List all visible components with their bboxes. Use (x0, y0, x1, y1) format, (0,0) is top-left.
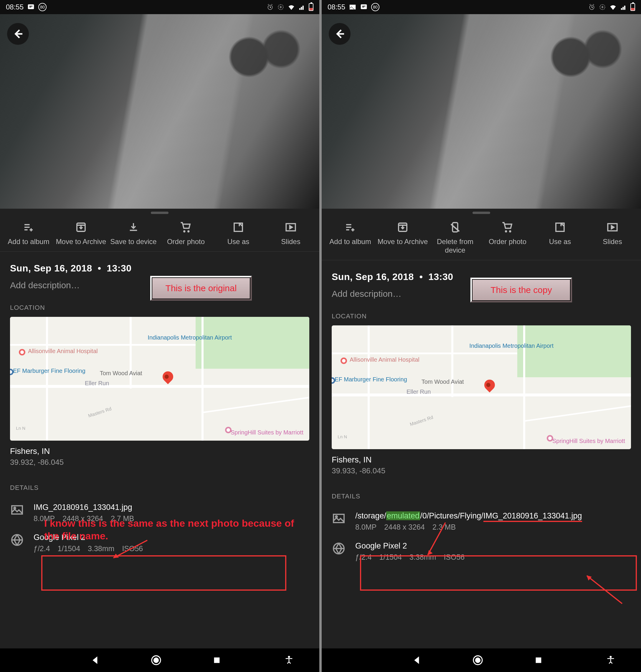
nav-home[interactable] (150, 654, 163, 667)
location-coords: 39.932, -86.045 (10, 458, 309, 467)
file-size: 2.3 MB (433, 523, 456, 532)
status-bar: 08:55 80 (0, 0, 319, 14)
action-row: Add to album Move to Archive Delete from… (322, 214, 641, 260)
file-path: /storage/emulated/0/Pictures/Flying/IMG_… (355, 511, 582, 521)
map-label-spring: SpringHill Suites by Marriott (552, 438, 625, 444)
nav-back[interactable] (411, 654, 424, 667)
aperture-icon (332, 541, 346, 555)
aperture-icon (10, 533, 24, 547)
action-add-to-album[interactable]: Add to album (324, 221, 377, 255)
svg-point-12 (288, 656, 290, 658)
map-label-flooring: EF Marburger Fine Flooring (335, 376, 407, 382)
info-panel: Add to album Move to Archive Delete from… (322, 209, 641, 648)
details-header: DETAILS (322, 493, 641, 500)
file-dimensions: 2448 x 3264 (384, 523, 425, 532)
camera-aperture: ƒ/2.4 (33, 545, 50, 553)
photo-preview[interactable] (322, 14, 641, 209)
signal-icon (298, 3, 306, 11)
details-header: DETAILS (0, 484, 319, 492)
annotation-label-original: This is the original (150, 276, 252, 301)
camera-iso: ISO56 (122, 545, 143, 553)
svg-rect-26 (536, 658, 541, 663)
camera-iso: ISO56 (444, 553, 465, 562)
alarm-icon (266, 3, 274, 11)
nav-recent[interactable] (532, 654, 545, 667)
battery-icon (309, 3, 313, 11)
map-label-spring: SpringHill Suites by Marriott (231, 429, 303, 435)
battery-pct-badge: 80 (38, 3, 46, 11)
svg-point-25 (475, 658, 480, 663)
action-save-to-device[interactable]: Save to device (107, 221, 160, 246)
action-delete-from-device[interactable]: Delete from device (429, 221, 481, 255)
wifi-icon (609, 3, 617, 11)
wifi-icon (287, 3, 295, 11)
map-label-eller: Eller Run (85, 380, 109, 386)
action-move-to-archive[interactable]: Move to Archive (55, 221, 107, 246)
nav-home[interactable] (471, 654, 484, 667)
map-label-flooring: EF Marburger Fine Flooring (13, 367, 85, 374)
file-name: IMG_20180916_133041.jpg (33, 503, 134, 512)
camera-aperture: ƒ/2.4 (355, 553, 372, 562)
action-order-photo[interactable]: Order photo (481, 221, 534, 255)
message-icon (27, 3, 35, 11)
svg-point-10 (154, 658, 159, 663)
battery-pct-badge: 80 (371, 3, 379, 11)
map-label-eller: Eller Run (407, 388, 431, 395)
map-label-hospital: Allisonville Animal Hospital (28, 348, 98, 354)
file-details: /storage/emulated/0/Pictures/Flying/IMG_… (322, 511, 641, 532)
action-use-as[interactable]: Use as (212, 221, 264, 246)
svg-rect-11 (214, 658, 219, 663)
location-name: Fishers, IN (332, 455, 631, 465)
action-slideshow[interactable]: Slides (586, 221, 639, 255)
back-button[interactable] (329, 23, 351, 45)
nav-accessibility[interactable] (604, 654, 617, 667)
camera-focal: 3.38mm (88, 545, 114, 553)
file-megapixels: 8.0MP (355, 523, 377, 532)
photo-preview[interactable] (0, 14, 319, 209)
image-icon (332, 511, 346, 525)
action-slideshow[interactable]: Slides (264, 221, 317, 246)
action-add-to-album[interactable]: Add to album (2, 221, 55, 246)
location-header: LOCATION (0, 304, 319, 311)
android-navbar (322, 648, 641, 672)
map-pin-icon (161, 369, 176, 384)
status-clock: 08:55 (328, 3, 345, 11)
sheet-handle[interactable] (151, 212, 168, 214)
map-label-airport: Indianapolis Metropolitan Airport (469, 342, 554, 349)
nav-back[interactable] (89, 654, 102, 667)
message-icon (360, 3, 368, 11)
nav-accessibility[interactable] (283, 654, 296, 667)
map-label-aviation: Tom Wood Aviat (100, 370, 142, 376)
photo-date: Sun, Sep 16, 2018 • 13:30 (10, 263, 309, 274)
action-order-photo[interactable]: Order photo (160, 221, 212, 246)
image-icon (10, 503, 24, 517)
status-clock: 08:55 (6, 3, 24, 11)
action-move-to-archive[interactable]: Move to Archive (377, 221, 429, 255)
sheet-handle[interactable] (473, 212, 490, 214)
map-label-ln: Ln N (338, 434, 347, 440)
info-panel: Add to album Move to Archive Save to dev… (0, 209, 319, 648)
nav-recent[interactable] (210, 654, 223, 667)
camera-shutter: 1/1504 (379, 553, 402, 562)
status-bar: 08:55 80 (322, 0, 641, 14)
poi-hospital-icon (341, 358, 347, 364)
map-label-airport: Indianapolis Metropolitan Airport (148, 334, 232, 341)
location-header: LOCATION (322, 312, 641, 320)
location-map[interactable]: Indianapolis Metropolitan Airport Alliso… (332, 325, 631, 449)
poi-hospital-icon (19, 349, 25, 355)
back-button[interactable] (7, 23, 29, 45)
data-saver-icon (277, 3, 285, 11)
alarm-icon (588, 3, 596, 11)
map-label-masters: Masters Rd (409, 414, 434, 427)
annotation-arrow-filename (578, 571, 625, 608)
camera-focal: 3.38mm (409, 553, 436, 562)
map-label-aviation: Tom Wood Aviat (422, 378, 464, 385)
action-use-as[interactable]: Use as (534, 221, 586, 255)
svg-point-22 (336, 516, 337, 518)
action-row: Add to album Move to Archive Save to dev… (0, 214, 319, 252)
data-saver-icon (599, 3, 606, 11)
annotation-box-file (41, 555, 286, 591)
annotation-label-copy: This is the copy (470, 278, 572, 303)
svg-point-7 (14, 507, 16, 509)
location-map[interactable]: Indianapolis Metropolitan Airport Alliso… (10, 317, 309, 441)
